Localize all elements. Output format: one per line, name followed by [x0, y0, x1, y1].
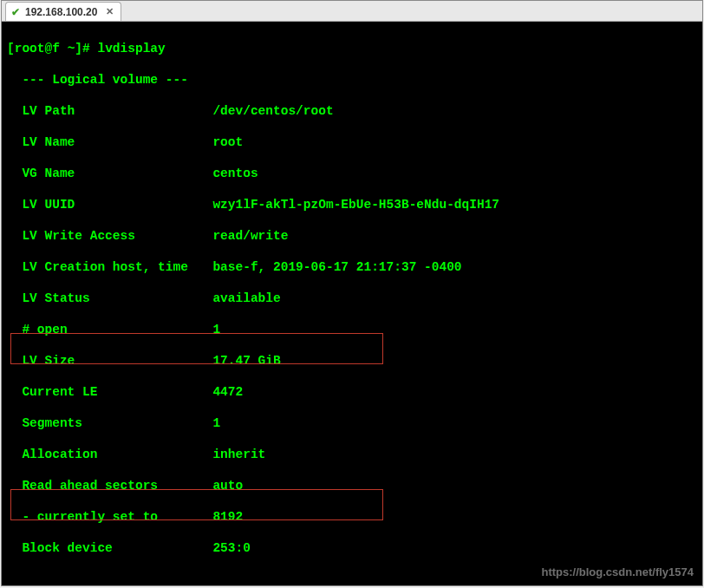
session-tab[interactable]: ✔ 192.168.100.20 ✕ — [5, 2, 121, 21]
close-icon[interactable]: ✕ — [106, 6, 114, 17]
lv1-currently-set: - currently set to8192 — [7, 509, 697, 525]
bracket-open: [ — [7, 42, 15, 56]
lv1-path: LV Path/dev/centos/root — [7, 103, 697, 119]
prompt-symbol: # — [82, 42, 90, 56]
check-icon: ✔ — [11, 6, 20, 18]
lv1-size: LV Size17.47 GiB — [7, 353, 697, 369]
lv1-write-access: LV Write Accessread/write — [7, 228, 697, 244]
lv1-allocation: Allocationinherit — [7, 447, 697, 462]
lv1-vg: VG Namecentos — [7, 166, 697, 181]
blank-line — [7, 572, 697, 587]
prompt-line: [root@f ~]# lvdisplay — [7, 41, 697, 56]
lv1-uuid: LV UUIDwzy1lF-akTl-pzOm-EbUe-H53B-eNdu-d… — [7, 197, 697, 212]
tab-bar: ✔ 192.168.100.20 ✕ — [2, 1, 702, 22]
user-host: root@f — [15, 42, 60, 56]
lv1-status: LV Statusavailable — [7, 291, 697, 306]
terminal-body[interactable]: [root@f ~]# lvdisplay --- Logical volume… — [2, 22, 702, 585]
bracket-close: ] — [75, 42, 82, 56]
lv-separator: --- Logical volume --- — [7, 72, 697, 88]
lv1-name: LV Nameroot — [7, 134, 697, 150]
terminal-window: ✔ 192.168.100.20 ✕ [root@f ~]# lvdisplay… — [1, 0, 703, 586]
command-text: lvdisplay — [97, 42, 165, 56]
lv1-le: Current LE4472 — [7, 384, 697, 400]
lv1-read-ahead: Read ahead sectorsauto — [7, 478, 697, 493]
lv1-segments: Segments1 — [7, 415, 697, 431]
lv1-creation: LV Creation host, timebase-f, 2019-06-17… — [7, 259, 697, 275]
lv1-open: # open1 — [7, 322, 697, 337]
tab-title: 192.168.100.20 — [25, 6, 97, 18]
lv1-block-device: Block device253:0 — [7, 540, 697, 556]
